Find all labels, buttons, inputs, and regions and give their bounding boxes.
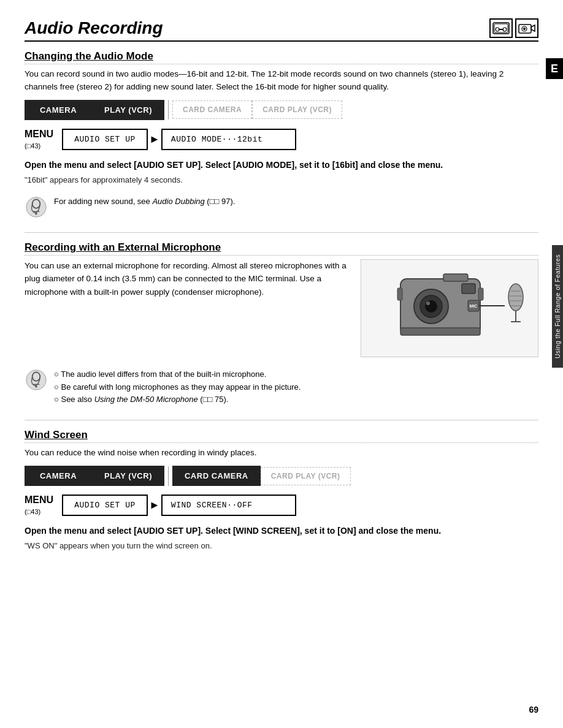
card-camera-button-1[interactable]: CARD CAMERA bbox=[172, 100, 252, 119]
section2-heading: Recording with an External Microphone bbox=[25, 241, 538, 256]
card-play-vcr-button-3[interactable]: CARD PLAY (VCR) bbox=[261, 467, 351, 485]
button-separator-3 bbox=[168, 466, 169, 486]
svg-point-36 bbox=[35, 385, 37, 388]
e-badge: E bbox=[546, 58, 563, 79]
menu-item2-1: AUDIO MODE···12bit bbox=[161, 129, 296, 150]
tape-icon bbox=[489, 18, 513, 38]
svg-text:MIC: MIC bbox=[470, 304, 478, 308]
tip-icon-1 bbox=[25, 195, 48, 219]
svg-rect-4 bbox=[499, 29, 504, 30]
card-camera-button-3[interactable]: CARD CAMERA bbox=[172, 466, 261, 486]
svg-rect-19 bbox=[443, 274, 468, 281]
section3-heading: Wind Screen bbox=[25, 429, 538, 443]
section3-instruction: Open the menu and select [AUDIO SET UP].… bbox=[25, 525, 538, 537]
section1-button-row: CAMERA PLAY (VCR) CARD CAMERA CARD PLAY … bbox=[25, 100, 538, 120]
page-number: 69 bbox=[529, 705, 538, 715]
section1-heading: Changing the Audio Mode bbox=[25, 50, 538, 64]
section1-note: "16bit" appears for approximately 4 seco… bbox=[25, 175, 538, 184]
svg-rect-0 bbox=[493, 23, 509, 34]
section-divider-1 bbox=[25, 232, 538, 233]
section3-note: "WS ON" appears when you turn the wind s… bbox=[25, 541, 538, 550]
title-divider bbox=[25, 40, 538, 42]
section3-button-row: CAMERA PLAY (VCR) CARD CAMERA CARD PLAY … bbox=[25, 466, 538, 486]
section3-menu-row: MENU (□43) AUDIO SET UP ► WIND SCREEN··O… bbox=[25, 495, 538, 516]
svg-point-23 bbox=[508, 284, 523, 311]
menu-label-1: MENU (□43) bbox=[25, 129, 58, 150]
svg-point-12 bbox=[35, 213, 37, 215]
svg-marker-6 bbox=[531, 25, 535, 31]
svg-rect-30 bbox=[400, 328, 480, 335]
title-text: Audio Recording bbox=[25, 18, 163, 38]
camera-icon bbox=[515, 18, 538, 38]
mic-illustration: MIC bbox=[361, 259, 538, 357]
menu-item1-1: AUDIO SET UP bbox=[62, 129, 148, 150]
play-vcr-button-1[interactable]: PLAY (VCR) bbox=[92, 100, 164, 120]
camera-button-1[interactable]: CAMERA bbox=[25, 100, 92, 120]
svg-rect-31 bbox=[397, 288, 402, 300]
title-icons bbox=[489, 18, 538, 38]
section1-menu-row: MENU (□43) AUDIO SET UP ► AUDIO MODE···1… bbox=[25, 129, 538, 150]
menu-arrow-3: ► bbox=[149, 499, 160, 512]
section1-text: You can record sound in two audio modes—… bbox=[25, 68, 538, 94]
mic-section: You can use an external microphone for r… bbox=[25, 259, 538, 357]
svg-rect-18 bbox=[462, 284, 475, 294]
menu-item1-3: AUDIO SET UP bbox=[62, 495, 148, 516]
svg-point-17 bbox=[426, 301, 430, 305]
menu-item2-3: WIND SCREEN··OFF bbox=[161, 495, 296, 516]
section-divider-2 bbox=[25, 420, 538, 420]
card-play-vcr-button-1[interactable]: CARD PLAY (VCR) bbox=[252, 100, 342, 119]
button-separator-1 bbox=[168, 100, 169, 119]
section2-notes: ○ The audio level differs from that of t… bbox=[25, 366, 538, 409]
play-vcr-button-3[interactable]: PLAY (VCR) bbox=[92, 466, 164, 486]
svg-point-8 bbox=[523, 28, 526, 30]
section3-text: You can reduce the wind noise when recor… bbox=[25, 447, 538, 460]
section1-tip: For adding new sound, see Audio Dubbing … bbox=[25, 193, 538, 221]
camera-button-3[interactable]: CAMERA bbox=[25, 466, 92, 486]
menu-arrow-1: ► bbox=[149, 133, 160, 146]
tip-icon-2 bbox=[25, 368, 48, 392]
menu-label-3: MENU (□43) bbox=[25, 495, 58, 516]
section1-instruction: Open the menu and select [AUDIO SET UP].… bbox=[25, 159, 538, 172]
svg-rect-32 bbox=[478, 288, 483, 300]
tip-text-1: For adding new sound, see Audio Dubbing … bbox=[54, 195, 235, 208]
sidebar-label: Using the Full Range of Features bbox=[552, 245, 563, 368]
tip-text-2: ○ The audio level differs from that of t… bbox=[54, 368, 301, 406]
page-title: Audio Recording bbox=[25, 18, 538, 38]
section2-text: You can use an external microphone for r… bbox=[25, 259, 351, 357]
